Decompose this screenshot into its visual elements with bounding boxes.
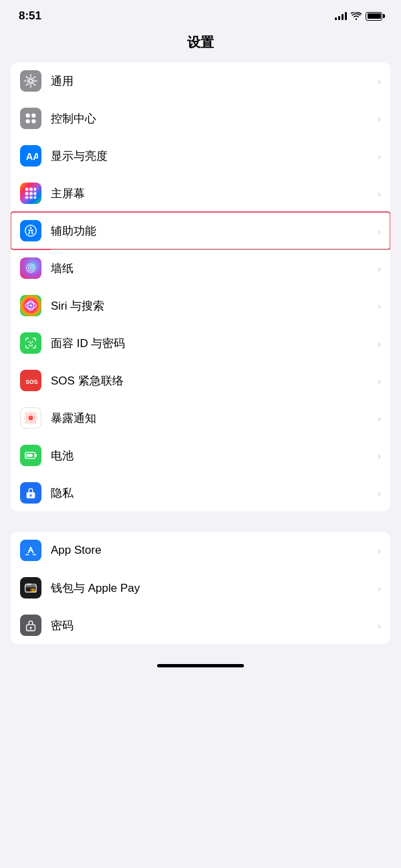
wifi-icon [351,12,362,20]
settings-group-2: App Store › 钱包与 Apple Pay › [11,532,390,644]
svg-rect-2 [26,114,30,118]
settings-item-accessibility[interactable]: 辅助功能 › [11,212,390,249]
svg-point-31 [35,422,36,423]
svg-rect-11 [29,192,33,195]
battery-label: 电池 [51,448,378,463]
status-time: 8:51 [19,9,41,23]
svg-rect-12 [34,192,37,195]
wallet-chevron: › [378,582,381,594]
battery-icon [366,12,382,21]
page-title: 设置 [0,27,401,62]
controlcenter-icon [20,108,41,129]
status-icons [335,12,382,21]
privacy-label: 隐私 [51,485,378,501]
svg-text:SOS: SOS [25,378,38,385]
wallet-icon [20,577,41,599]
faceid-icon [20,332,41,354]
settings-item-privacy[interactable]: 隐私 › [11,474,390,512]
settings-item-appstore[interactable]: App Store › [11,532,390,569]
accessibility-label: 辅助功能 [51,223,378,239]
homescreen-chevron: › [378,188,381,199]
signal-icon [335,12,347,20]
wallpaper-icon [20,257,41,279]
svg-point-23 [29,304,32,307]
appstore-chevron: › [378,545,381,556]
display-icon: AA [20,145,41,167]
home-indicator [157,664,244,667]
faceid-chevron: › [378,338,381,349]
settings-item-general[interactable]: 通用 › [11,62,390,100]
general-chevron: › [378,76,381,87]
siri-chevron: › [378,300,381,312]
battery-chevron: › [378,450,381,461]
svg-point-41 [31,589,33,592]
svg-rect-13 [25,197,29,199]
sos-label: SOS 紧急联络 [51,373,378,389]
settings-group-1: 通用 › 控制中心 › AA 显示与亮度 › [11,62,390,512]
homescreen-label: 主屏幕 [51,186,378,201]
homescreen-icon [20,183,41,204]
passwords-label: 密码 [51,618,378,633]
appstore-icon [20,540,41,561]
settings-item-sos[interactable]: SOS SOS 紧急联络 › [11,362,390,399]
svg-point-25 [28,415,33,420]
sos-chevron: › [378,375,381,387]
general-icon [20,70,41,92]
svg-point-16 [25,225,37,237]
settings-item-exposure[interactable]: 暴露通知 › [11,399,390,437]
wallpaper-chevron: › [378,263,381,274]
passwords-chevron: › [378,620,381,631]
controlcenter-chevron: › [378,113,381,124]
general-label: 通用 [51,74,378,89]
settings-item-display[interactable]: AA 显示与亮度 › [11,137,390,175]
controlcenter-label: 控制中心 [51,111,378,126]
svg-rect-15 [34,197,37,199]
display-label: 显示与亮度 [51,148,378,164]
svg-rect-14 [29,197,33,199]
battery-settings-icon [20,445,41,466]
exposure-icon [20,407,41,429]
svg-point-29 [35,413,36,414]
svg-text:AA: AA [26,151,38,162]
svg-rect-4 [26,119,30,123]
svg-rect-9 [34,188,37,191]
svg-rect-10 [25,192,29,195]
settings-item-battery[interactable]: 电池 › [11,437,390,474]
svg-point-0 [29,79,33,83]
settings-item-homescreen[interactable]: 主屏幕 › [11,175,390,212]
settings-item-wallpaper[interactable]: 墙纸 › [11,249,390,287]
settings-item-controlcenter[interactable]: 控制中心 › [11,100,390,137]
svg-point-20 [30,267,32,269]
exposure-label: 暴露通知 [51,411,378,426]
settings-item-passwords[interactable]: 密码 › [11,607,390,644]
accessibility-icon [20,220,41,241]
svg-point-17 [30,227,32,229]
svg-rect-3 [31,114,35,118]
exposure-chevron: › [378,413,381,424]
passwords-icon [20,615,41,636]
svg-point-30 [25,422,27,423]
wallet-label: 钱包与 Apple Pay [51,580,378,596]
svg-rect-7 [25,188,29,191]
svg-rect-33 [27,454,33,457]
settings-item-siri[interactable]: Siri 与搜索 › [11,287,390,324]
svg-point-28 [25,413,27,414]
svg-rect-5 [31,119,35,123]
sos-icon: SOS [20,370,41,391]
settings-item-wallet[interactable]: 钱包与 Apple Pay › [11,569,390,607]
svg-rect-39 [27,584,31,585]
privacy-chevron: › [378,487,381,499]
svg-rect-8 [29,188,33,191]
appstore-label: App Store [51,544,378,557]
wallpaper-label: 墙纸 [51,261,378,276]
siri-label: Siri 与搜索 [51,298,378,314]
status-bar: 8:51 [0,0,401,27]
accessibility-chevron: › [378,225,381,237]
home-indicator-area [0,664,401,678]
display-chevron: › [378,150,381,162]
faceid-label: 面容 ID 与密码 [51,336,378,351]
siri-icon [20,295,41,316]
settings-item-faceid[interactable]: 面容 ID 与密码 › [11,324,390,362]
privacy-icon [20,482,41,504]
svg-rect-38 [25,585,37,586]
